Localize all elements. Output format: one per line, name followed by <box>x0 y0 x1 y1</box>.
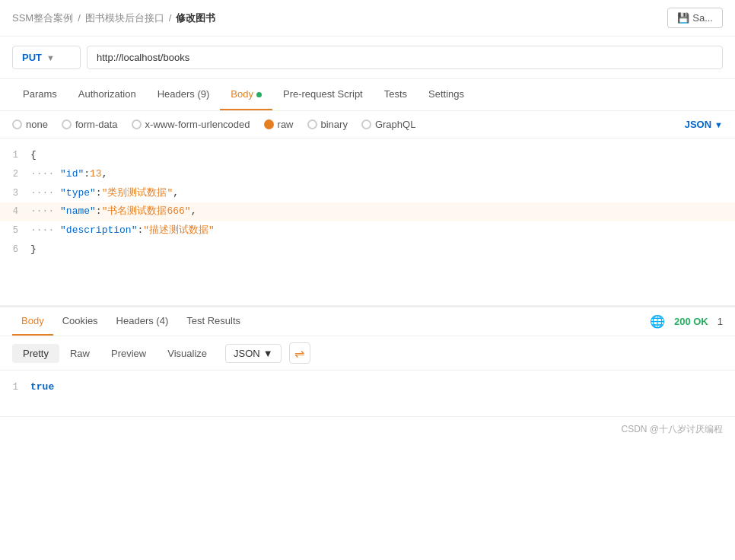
radio-circle-binary <box>307 119 317 129</box>
response-body: 1 true <box>0 371 735 416</box>
radio-graphql[interactable]: GraphQL <box>361 119 415 130</box>
wrap-lines-icon: ⇌ <box>294 346 304 361</box>
save-icon: 💾 <box>677 12 689 24</box>
tab-tests[interactable]: Tests <box>374 79 418 110</box>
globe-icon: 🌐 <box>650 314 665 329</box>
radio-raw[interactable]: raw <box>264 119 294 130</box>
tab-params[interactable]: Params <box>12 79 68 110</box>
method-dropdown[interactable]: PUT ▼ <box>12 46 81 69</box>
watermark: CSDN @十八岁讨厌编程 <box>0 416 735 442</box>
breadcrumb-part1: SSM整合案例 <box>12 11 73 25</box>
code-line-5: 5 ···· "description":"描述测试数据" <box>0 221 735 240</box>
code-line-2: 2 ···· "id":13, <box>0 165 735 184</box>
json-chevron-down-icon: ▼ <box>714 120 723 129</box>
code-editor[interactable]: 1 { 2 ···· "id":13, 3 ···· "type":"类别测试数… <box>0 138 735 306</box>
response-tabs: Body Cookies Headers (4) Test Results 🌐 … <box>0 307 735 336</box>
tab-body[interactable]: Body <box>220 79 272 110</box>
response-time: 1 <box>718 316 723 327</box>
response-tab-headers[interactable]: Headers (4) <box>107 307 178 336</box>
line-num-6: 6 <box>0 243 30 257</box>
radio-circle-raw <box>264 119 274 129</box>
radio-binary[interactable]: binary <box>307 119 348 130</box>
url-bar: PUT ▼ <box>0 37 735 79</box>
line-num-1: 1 <box>0 148 30 163</box>
tab-settings[interactable]: Settings <box>418 79 475 110</box>
method-label: PUT <box>22 52 42 63</box>
line-num-2: 2 <box>0 167 30 182</box>
response-section: Body Cookies Headers (4) Test Results 🌐 … <box>0 306 735 416</box>
breadcrumb-sep2: / <box>169 12 172 24</box>
code-line-4: 4 ···· "name":"书名测试数据666", <box>0 202 735 221</box>
response-line-num-1: 1 <box>0 380 30 395</box>
line-num-4: 4 <box>0 205 30 219</box>
json-format-selector[interactable]: JSON ▼ <box>685 119 723 130</box>
response-line-1: 1 true <box>0 378 735 397</box>
response-value: true <box>30 381 54 393</box>
line-num-5: 5 <box>0 224 30 238</box>
body-active-dot <box>256 92 262 97</box>
radio-none[interactable]: none <box>12 119 48 130</box>
breadcrumb-sep1: / <box>78 12 81 24</box>
save-button[interactable]: 💾 Sa... <box>667 8 723 28</box>
tab-pre-request-script[interactable]: Pre-request Script <box>272 79 374 110</box>
response-tab-test-results[interactable]: Test Results <box>177 307 250 336</box>
format-raw-button[interactable]: Raw <box>59 344 100 363</box>
breadcrumb-current: 修改图书 <box>176 11 215 25</box>
top-bar: SSM整合案例 / 图书模块后台接口 / 修改图书 💾 Sa... <box>0 0 735 37</box>
tab-authorization[interactable]: Authorization <box>68 79 147 110</box>
response-tab-cookies[interactable]: Cookies <box>53 307 107 336</box>
response-status: 🌐 200 OK 1 <box>650 314 723 329</box>
radio-circle-none <box>12 119 22 129</box>
code-line-6: 6 } <box>0 240 735 259</box>
wrap-icon[interactable]: ⇌ <box>289 342 310 364</box>
chevron-down-icon: ▼ <box>46 53 55 62</box>
radio-circle-graphql <box>361 119 371 129</box>
format-preview-button[interactable]: Preview <box>100 344 157 363</box>
response-format-bar: Pretty Raw Preview Visualize JSON ▼ ⇌ <box>0 336 735 371</box>
breadcrumb: SSM整合案例 / 图书模块后台接口 / 修改图书 <box>12 11 215 25</box>
code-line-1: 1 { <box>0 146 735 165</box>
radio-urlencoded[interactable]: x-www-form-urlencoded <box>132 119 250 130</box>
tab-headers[interactable]: Headers (9) <box>147 79 221 110</box>
code-line-3: 3 ···· "type":"类别测试数据", <box>0 184 735 203</box>
response-tab-body[interactable]: Body <box>12 307 53 336</box>
url-input[interactable] <box>87 46 723 69</box>
format-pretty-button[interactable]: Pretty <box>12 344 59 363</box>
radio-circle-form-data <box>62 119 72 129</box>
response-json-chevron-icon: ▼ <box>263 348 273 359</box>
status-badge: 200 OK <box>674 316 708 327</box>
radio-form-data[interactable]: form-data <box>62 119 118 130</box>
radio-circle-urlencoded <box>132 119 142 129</box>
format-visualize-button[interactable]: Visualize <box>157 344 218 363</box>
body-type-bar: none form-data x-www-form-urlencoded raw… <box>0 111 735 138</box>
breadcrumb-part2: 图书模块后台接口 <box>85 11 164 25</box>
request-tabs: Params Authorization Headers (9) Body Pr… <box>0 79 735 111</box>
line-num-3: 3 <box>0 186 30 201</box>
response-json-selector[interactable]: JSON ▼ <box>225 344 282 363</box>
